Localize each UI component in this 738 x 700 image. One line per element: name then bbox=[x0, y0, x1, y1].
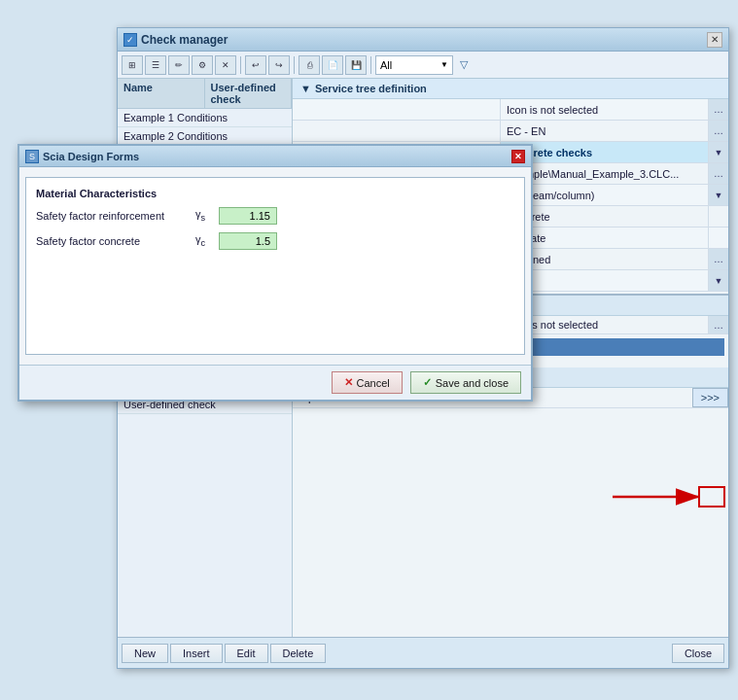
toolbar-separator-2 bbox=[294, 56, 295, 74]
field-row-reinforcement: Safety factor reinforcement γs bbox=[36, 207, 514, 225]
toolbar-save-icon[interactable]: 💾 bbox=[345, 55, 367, 75]
new-button[interactable]: New bbox=[122, 644, 168, 663]
bottom-btn-group-left: New Insert Edit Delete bbox=[122, 644, 326, 663]
left-item-example1[interactable]: Example 1 Conditions bbox=[118, 109, 292, 127]
save-close-label: Save and close bbox=[436, 377, 509, 389]
prop-row-icon: Icon is not selected … bbox=[293, 99, 728, 121]
toolbar-separator-1 bbox=[240, 56, 241, 74]
save-close-button[interactable]: ✓ Save and close bbox=[410, 371, 521, 394]
window-titlebar: ✓ Check manager ✕ bbox=[118, 28, 728, 52]
concrete-symbol: γc bbox=[195, 233, 215, 248]
cancel-button[interactable]: ✕ Cancel bbox=[332, 371, 403, 394]
prop-empty-ultimate bbox=[709, 228, 728, 248]
filter-icon[interactable]: ▽ bbox=[455, 55, 473, 75]
window-title: Check manager bbox=[141, 33, 228, 47]
prop-dropdown-1d[interactable]: ▼ bbox=[709, 185, 728, 205]
cancel-x-icon: ✕ bbox=[344, 376, 353, 389]
prop-value-icon: Icon is not selected bbox=[501, 99, 709, 120]
prop-name-ec bbox=[293, 121, 501, 141]
dropdown-arrow-icon: ▼ bbox=[440, 60, 448, 69]
reinforcement-label: Safety factor reinforcement bbox=[36, 210, 192, 222]
scia-titlebar: S Scia Design Forms ✕ bbox=[19, 146, 531, 167]
col-header-user-defined: User-defined check bbox=[205, 79, 293, 108]
toolbar-redo-icon[interactable]: ↪ bbox=[268, 55, 290, 75]
field-row-concrete: Safety factor concrete γc bbox=[36, 232, 514, 250]
cancel-label: Cancel bbox=[357, 377, 390, 389]
scia-title-text: Scia Design Forms bbox=[43, 151, 139, 162]
prop-value-ec: EC - EN bbox=[501, 121, 709, 141]
prop-ellipsis-defined[interactable]: … bbox=[709, 249, 728, 269]
toolbar-edit-icon[interactable]: ✏ bbox=[168, 55, 190, 75]
toolbar-new-icon[interactable]: ⊞ bbox=[122, 55, 143, 75]
title-left: ✓ Check manager bbox=[123, 33, 228, 47]
reinforcement-symbol: γs bbox=[195, 208, 215, 223]
edit-button[interactable]: Edit bbox=[225, 644, 268, 663]
scia-content: Material Characteristics Safety factor r… bbox=[19, 167, 531, 365]
icon-ellipsis-btn[interactable]: … bbox=[709, 316, 728, 333]
delete-button[interactable]: Delete bbox=[270, 644, 327, 663]
update-def-button[interactable]: >>> bbox=[692, 388, 728, 407]
bottom-toolbar: New Insert Edit Delete Close bbox=[118, 637, 728, 668]
material-characteristics-group: Material Characteristics Safety factor r… bbox=[25, 177, 525, 355]
service-tree-label: Service tree definition bbox=[315, 83, 427, 94]
reinforcement-input[interactable] bbox=[219, 207, 277, 225]
toolbar-print-icon[interactable]: ⎙ bbox=[299, 55, 320, 75]
scia-design-forms-dialog: S Scia Design Forms ✕ Material Character… bbox=[18, 144, 533, 402]
scia-app-icon: S bbox=[25, 150, 39, 163]
window-app-icon: ✓ bbox=[123, 33, 137, 47]
service-tree-row: ▼ Service tree definition bbox=[293, 79, 728, 99]
insert-button[interactable]: Insert bbox=[170, 644, 223, 663]
prop-ellipsis-clc[interactable]: … bbox=[709, 163, 728, 184]
toolbar-gear-icon[interactable]: ⚙ bbox=[192, 55, 213, 75]
scia-title-left: S Scia Design Forms bbox=[25, 150, 139, 163]
close-button[interactable]: Close bbox=[672, 644, 724, 663]
toolbar-delete-icon[interactable]: ✕ bbox=[215, 55, 236, 75]
prop-dropdown-num[interactable]: ▼ bbox=[709, 270, 728, 291]
scia-close-button[interactable]: ✕ bbox=[511, 150, 525, 163]
concrete-input[interactable] bbox=[219, 232, 277, 250]
save-check-icon: ✓ bbox=[423, 376, 432, 389]
col-header-name: Name bbox=[118, 79, 205, 108]
prop-empty-concrete2 bbox=[709, 206, 728, 227]
toolbar-list-icon[interactable]: ☰ bbox=[145, 55, 166, 75]
concrete-label: Safety factor concrete bbox=[36, 235, 192, 247]
material-group-title: Material Characteristics bbox=[36, 188, 514, 199]
prop-ellipsis-ec[interactable]: … bbox=[709, 121, 728, 141]
prop-name-icon bbox=[293, 99, 501, 120]
filter-dropdown[interactable]: All ▼ bbox=[375, 55, 453, 75]
window-close-button[interactable]: ✕ bbox=[707, 32, 722, 48]
main-toolbar: ⊞ ☰ ✏ ⚙ ✕ ↩ ↪ ⎙ 📄 💾 All ▼ ▽ bbox=[118, 52, 728, 79]
prop-ellipsis-icon[interactable]: … bbox=[709, 99, 728, 120]
scia-dialog-footer: ✕ Cancel ✓ Save and close bbox=[19, 365, 531, 400]
prop-row-ec: EC - EN … bbox=[293, 121, 728, 142]
left-panel-header: Name User-defined check bbox=[118, 79, 292, 109]
prop-dropdown-concrete[interactable]: ▼ bbox=[709, 142, 728, 162]
toolbar-doc-icon[interactable]: 📄 bbox=[322, 55, 343, 75]
collapse-icon: ▼ bbox=[300, 83, 311, 94]
filter-dropdown-value: All bbox=[380, 59, 392, 71]
toolbar-undo-icon[interactable]: ↩ bbox=[245, 55, 266, 75]
toolbar-separator-3 bbox=[370, 56, 371, 74]
